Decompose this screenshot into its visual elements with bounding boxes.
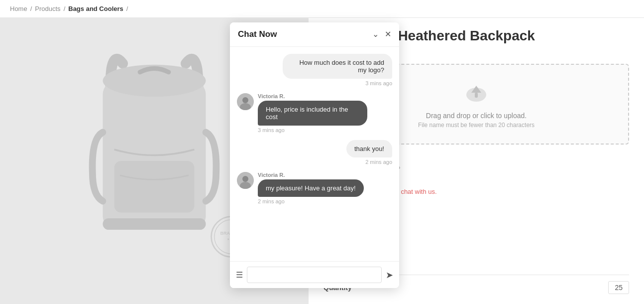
breadcrumb-sep3: / [126,5,128,12]
chat-agent-row-2: Victoria R. Hello, price is included in … [237,93,367,126]
chat-bubble-3: thank you! [346,140,392,157]
chat-close-icon[interactable]: ✕ [385,30,391,38]
chat-message-2: Victoria R. Hello, price is included in … [237,93,392,138]
chat-widget: Chat Now ⌄ ✕ How much does it cost to ad… [230,22,399,288]
breadcrumb-sep2: / [64,5,66,12]
breadcrumb: Home / Products / Bags and Coolers / [0,0,644,18]
chat-time-4: 2 mins ago [258,198,285,204]
chat-time-2: 3 mins ago [258,127,285,133]
agent-name-4: Victoria R. [258,172,364,178]
chat-title: Chat Now [238,29,277,39]
chat-time-3: 2 mins ago [365,159,392,165]
chat-time-1: 3 mins ago [365,80,392,86]
agent-avatar-2 [237,93,254,110]
chat-input[interactable] [247,267,382,283]
chat-message-1: How much does it cost to add my logo? 3 … [237,54,392,91]
chat-bubble-1: How much does it cost to add my logo? [283,54,392,79]
chat-minimize-icon[interactable]: ⌄ [372,30,379,38]
chat-with-us-link[interactable]: chat with us. [401,188,436,195]
svg-rect-2 [114,161,195,213]
svg-rect-10 [475,93,478,98]
breadcrumb-products[interactable]: Products [35,5,60,12]
quantity-value: 25 [608,281,629,294]
chat-header: Chat Now ⌄ ✕ [230,22,399,47]
chat-message-4: Victoria R. my pleasure! Have a great da… [237,172,392,209]
svg-point-12 [242,97,248,103]
chat-footer: ☰ ➤ [230,261,399,288]
agent-name-2: Victoria R. [258,93,367,99]
svg-point-15 [242,176,248,182]
chat-bubble-2: Hello, price is included in the cost [258,101,367,126]
svg-rect-3 [103,218,206,230]
chat-body: How much does it cost to add my logo? 3 … [230,47,399,261]
breadcrumb-home[interactable]: Home [10,5,27,12]
chat-menu-icon[interactable]: ☰ [236,270,243,280]
chat-bubble-wrapper-4: Victoria R. my pleasure! Have a great da… [258,172,364,197]
chat-agent-row-4: Victoria R. my pleasure! Have a great da… [237,172,364,197]
chat-send-icon[interactable]: ➤ [386,270,393,281]
breadcrumb-sep1: / [30,5,32,12]
chat-message-3: thank you! 2 mins ago [237,140,392,170]
breadcrumb-category[interactable]: Bags and Coolers [68,5,123,12]
chat-bubble-4: my pleasure! Have a great day! [258,179,364,197]
chat-header-icons: ⌄ ✕ [372,30,391,38]
agent-avatar-4 [237,172,254,189]
chat-bubble-wrapper-2: Victoria R. Hello, price is included in … [258,93,367,126]
